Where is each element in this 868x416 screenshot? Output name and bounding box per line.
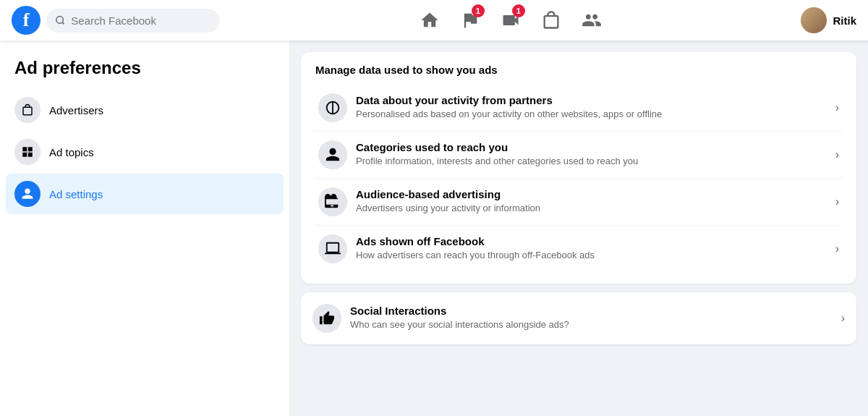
manage-data-card: Manage data used to show you ads Data ab… xyxy=(301,52,856,284)
activity-partners-title: Data about your activity from partners xyxy=(356,94,827,106)
avatar-image xyxy=(801,7,827,33)
chevron-right-icon-2: › xyxy=(835,148,839,161)
svg-point-0 xyxy=(56,17,64,24)
thumbs-up-icon xyxy=(312,304,341,333)
card-item-ads-off-facebook[interactable]: Ads shown off Facebook How advertisers c… xyxy=(312,226,845,272)
categories-reach-title: Categories used to reach you xyxy=(356,141,827,153)
chevron-right-icon-4: › xyxy=(835,242,839,255)
sidebar-item-ad-topics[interactable]: Ad topics xyxy=(6,132,284,172)
ads-off-facebook-desc: How advertisers can reach you through of… xyxy=(356,249,827,262)
content-area: Manage data used to show you ads Data ab… xyxy=(289,41,868,416)
search-icon xyxy=(55,14,65,26)
sidebar-title: Ad preferences xyxy=(6,52,284,90)
social-interactions-desc: Who can see your social interactions alo… xyxy=(350,318,833,331)
activity-partners-text: Data about your activity from partners P… xyxy=(356,94,827,121)
chevron-right-icon-3: › xyxy=(835,195,839,208)
ad-topics-icon xyxy=(14,139,41,165)
card-item-audience-advertising[interactable]: Audience-based advertising Advertisers u… xyxy=(312,179,845,226)
social-interactions-text: Social Interactions Who can see your soc… xyxy=(350,305,833,331)
card-item-social-interactions[interactable]: Social Interactions Who can see your soc… xyxy=(301,292,856,344)
ads-off-facebook-title: Ads shown off Facebook xyxy=(356,235,827,247)
nav-home[interactable] xyxy=(412,3,447,38)
social-interactions-card: Social Interactions Who can see your soc… xyxy=(301,292,856,344)
audience-advertising-title: Audience-based advertising xyxy=(356,188,827,200)
facebook-logo[interactable]: f xyxy=(12,6,41,35)
sidebar-item-ad-settings[interactable]: Ad settings xyxy=(6,174,284,214)
person-icon xyxy=(318,140,347,169)
sidebar-item-advertisers[interactable]: Advertisers xyxy=(6,90,284,130)
categories-reach-text: Categories used to reach you Profile inf… xyxy=(356,141,827,168)
card-item-categories-reach[interactable]: Categories used to reach you Profile inf… xyxy=(312,132,845,179)
card-item-activity-partners[interactable]: Data about your activity from partners P… xyxy=(312,85,845,132)
briefcase-icon xyxy=(318,187,347,216)
chevron-right-icon: › xyxy=(835,101,839,114)
flag-badge: 1 xyxy=(472,4,485,17)
avatar[interactable] xyxy=(801,7,827,33)
ads-off-facebook-text: Ads shown off Facebook How advertisers c… xyxy=(356,235,827,262)
nav-icons: 1 1 xyxy=(220,3,801,38)
search-bar[interactable] xyxy=(46,9,220,33)
categories-reach-desc: Profile information, interests and other… xyxy=(356,155,827,168)
video-badge: 1 xyxy=(512,4,525,17)
ad-settings-icon xyxy=(14,181,41,207)
main-layout: Ad preferences Advertisers Ad topics Ad … xyxy=(0,41,868,416)
header: f 1 1 Ritik xyxy=(0,0,868,41)
audience-advertising-text: Audience-based advertising Advertisers u… xyxy=(356,188,827,215)
sidebar-item-advertisers-label: Advertisers xyxy=(49,104,103,116)
activity-partners-desc: Personalised ads based on your activity … xyxy=(356,108,827,121)
sidebar-item-ad-topics-label: Ad topics xyxy=(49,146,94,158)
sidebar: Ad preferences Advertisers Ad topics Ad … xyxy=(0,41,289,416)
advertisers-icon xyxy=(14,97,41,123)
globe-icon xyxy=(318,93,347,122)
manage-data-title: Manage data used to show you ads xyxy=(312,64,845,76)
nav-shop[interactable] xyxy=(534,3,569,38)
social-interactions-title: Social Interactions xyxy=(350,305,833,317)
audience-advertising-desc: Advertisers using your activity or infor… xyxy=(356,202,827,215)
chevron-right-icon-5: › xyxy=(841,312,845,325)
nav-video[interactable]: 1 xyxy=(493,3,528,38)
nav-group[interactable] xyxy=(574,3,609,38)
sidebar-item-ad-settings-label: Ad settings xyxy=(49,188,103,200)
header-right: Ritik xyxy=(801,7,856,33)
nav-flag[interactable]: 1 xyxy=(453,3,488,38)
monitor-icon xyxy=(318,234,347,263)
search-input[interactable] xyxy=(71,14,211,27)
username: Ritik xyxy=(833,14,856,27)
